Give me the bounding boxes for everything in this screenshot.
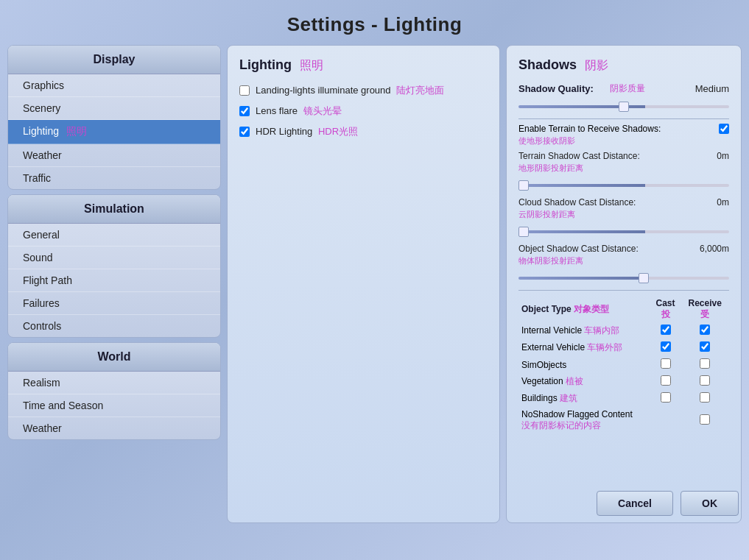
sidebar-item-traffic[interactable]: Traffic <box>8 167 220 189</box>
shadow-quality-row: Shadow Quality: 阴影质量 Medium <box>518 82 729 95</box>
cloud-shadow-row: Cloud Shadow Cast Distance: 0m <box>518 197 729 208</box>
col-type-header: Object Type 对象类型 <box>518 297 650 322</box>
obj-type-label: Internal Vehicle 车辆内部 <box>518 322 650 339</box>
simobjects-receive-checkbox[interactable] <box>700 358 710 369</box>
shadow-quality-value: Medium <box>695 83 729 94</box>
table-row: NoShadow Flagged Content 没有阴影标记的内容 <box>518 407 729 434</box>
enable-terrain-checkbox[interactable] <box>719 124 729 134</box>
sidebar-item-weather[interactable]: Weather <box>8 144 220 167</box>
external-vehicle-receive-checkbox[interactable] <box>700 341 710 352</box>
buildings-cast-checkbox[interactable] <box>661 392 671 403</box>
lighting-panel: Lighting 照明 Landing-lights illuminate gr… <box>227 45 500 523</box>
obj-type-label: Buildings 建筑 <box>518 390 650 407</box>
obj-type-label: Vegetation 植被 <box>518 373 650 390</box>
sidebar-item-controls[interactable]: Controls <box>8 315 220 337</box>
object-shadow-chinese: 物体阴影投射距离 <box>518 255 729 266</box>
object-shadow-label: Object Shadow Cast Distance: <box>518 244 700 254</box>
terrain-shadow-label: Terrain Shadow Cast Distance: <box>518 151 700 161</box>
shadow-quality-slider-container <box>518 98 729 111</box>
external-vehicle-cast-checkbox[interactable] <box>661 341 671 352</box>
lens-flare-checkbox[interactable] <box>239 106 250 116</box>
object-shadow-slider[interactable] <box>518 277 729 280</box>
cloud-shadow-slider[interactable] <box>518 230 729 233</box>
sidebar-item-graphics[interactable]: Graphics <box>8 74 220 97</box>
terrain-shadow-value: 0m <box>700 151 729 161</box>
obj-type-label: SimObjects <box>518 356 650 373</box>
title-bar: Settings - Lighting <box>0 0 749 45</box>
terrain-shadow-chinese: 地形阴影投射距离 <box>518 163 729 174</box>
divider1 <box>518 118 729 119</box>
simobjects-cast-checkbox[interactable] <box>661 358 671 369</box>
shadow-quality-label: Shadow Quality: <box>518 83 607 94</box>
lens-flare-row: Lens flare 镜头光晕 <box>239 104 488 118</box>
ok-button[interactable]: OK <box>681 491 739 516</box>
shadow-quality-slider[interactable] <box>518 105 729 108</box>
enable-terrain-row: Enable Terrain to Receive Shadows: <box>518 124 729 134</box>
sidebar-section-display: Display Graphics Scenery Lighting 照明 Wea… <box>7 45 221 190</box>
sidebar-section-simulation: Simulation General Sound Flight Path Fai… <box>7 194 221 338</box>
sidebar-item-scenery[interactable]: Scenery <box>8 97 220 120</box>
shadows-panel: Shadows 阴影 Shadow Quality: 阴影质量 Medium E… <box>506 45 742 523</box>
page-title: Settings - Lighting <box>287 13 463 35</box>
bottom-bar: Cancel OK <box>586 483 749 523</box>
cloud-shadow-label: Cloud Shadow Cast Distance: <box>518 197 700 208</box>
sidebar-item-lighting[interactable]: Lighting 照明 <box>8 120 220 144</box>
hdr-lighting-checkbox[interactable] <box>239 127 250 137</box>
enable-terrain-label: Enable Terrain to Receive Shadows: <box>518 124 719 134</box>
table-row: Vegetation 植被 <box>518 373 729 390</box>
hdr-lighting-label: HDR Lighting HDR光照 <box>256 125 358 138</box>
object-shadow-row: Object Shadow Cast Distance: 6,000m <box>518 244 729 254</box>
shadows-title: Shadows 阴影 <box>518 57 729 74</box>
table-row: Internal Vehicle 车辆内部 <box>518 322 729 339</box>
lighting-panel-title: Lighting 照明 <box>239 57 488 74</box>
sidebar-item-weather2[interactable]: Weather <box>8 417 220 439</box>
object-shadow-value: 6,000m <box>700 244 729 254</box>
landing-lights-checkbox[interactable] <box>239 85 250 96</box>
col-cast-header: Cast 投 <box>650 297 681 322</box>
cloud-shadow-chinese: 云阴影投射距离 <box>518 209 729 220</box>
lens-flare-label: Lens flare 镜头光晕 <box>256 104 342 118</box>
sidebar-section-world: World Realism Time and Season Weather <box>7 342 221 440</box>
sidebar-item-general[interactable]: General <box>8 224 220 247</box>
table-row: Buildings 建筑 <box>518 390 729 407</box>
obj-type-label: External Vehicle 车辆外部 <box>518 339 650 356</box>
vegetation-cast-checkbox[interactable] <box>661 375 671 386</box>
divider2 <box>518 290 729 291</box>
internal-vehicle-receive-checkbox[interactable] <box>700 325 710 335</box>
sidebar-section-display-header: Display <box>8 46 220 74</box>
landing-lights-row: Landing-lights illuminate ground 陆灯亮地面 <box>239 84 488 97</box>
terrain-shadow-slider[interactable] <box>518 184 729 187</box>
col-receive-header: Receive 受 <box>681 297 729 322</box>
sidebar-item-time-and-season[interactable]: Time and Season <box>8 394 220 417</box>
table-row: External Vehicle 车辆外部 <box>518 339 729 356</box>
shadow-quality-chinese: 阴影质量 <box>610 82 645 95</box>
sidebar-item-failures[interactable]: Failures <box>8 292 220 315</box>
sidebar-item-sound[interactable]: Sound <box>8 247 220 269</box>
enable-terrain-chinese: 使地形接收阴影 <box>518 135 729 146</box>
sidebar-section-world-header: World <box>8 343 220 372</box>
obj-type-label: NoShadow Flagged Content 没有阴影标记的内容 <box>518 407 681 434</box>
object-shadow-slider-container <box>518 269 729 283</box>
vegetation-receive-checkbox[interactable] <box>700 375 710 386</box>
hdr-lighting-row: HDR Lighting HDR光照 <box>239 125 488 138</box>
cloud-shadow-slider-container <box>518 223 729 236</box>
landing-lights-label: Landing-lights illuminate ground 陆灯亮地面 <box>256 84 444 97</box>
buildings-receive-checkbox[interactable] <box>700 392 710 403</box>
sidebar-section-simulation-header: Simulation <box>8 195 220 224</box>
cancel-button[interactable]: Cancel <box>597 491 673 516</box>
terrain-shadow-row: Terrain Shadow Cast Distance: 0m <box>518 151 729 161</box>
table-row: SimObjects <box>518 356 729 373</box>
terrain-shadow-slider-container <box>518 177 729 190</box>
internal-vehicle-cast-checkbox[interactable] <box>661 325 671 335</box>
cloud-shadow-value: 0m <box>700 197 729 208</box>
noshadow-cast-checkbox[interactable] <box>700 414 710 425</box>
sidebar: Display Graphics Scenery Lighting 照明 Wea… <box>7 45 221 523</box>
sidebar-item-realism[interactable]: Realism <box>8 372 220 394</box>
sidebar-item-flight-path[interactable]: Flight Path <box>8 269 220 292</box>
object-type-table: Object Type 对象类型 Cast 投 Receive 受 <box>518 297 729 434</box>
